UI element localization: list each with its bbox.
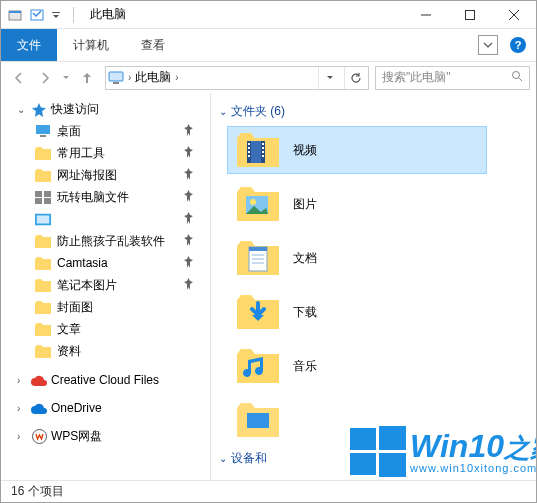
tile-partial[interactable] xyxy=(227,396,487,444)
sidebar-item-pc-files[interactable]: 玩转电脑文件 xyxy=(3,186,208,208)
sidebar-item-label: 封面图 xyxy=(57,299,93,316)
svg-rect-12 xyxy=(36,125,50,134)
chevron-right-icon[interactable]: › xyxy=(128,72,131,83)
svg-rect-8 xyxy=(109,72,123,81)
refresh-button[interactable] xyxy=(344,67,366,89)
sidebar-item-cover[interactable]: 封面图 xyxy=(3,296,208,318)
sidebar-item-articles[interactable]: 文章 xyxy=(3,318,208,340)
app-icon xyxy=(7,7,23,23)
ribbon-tab-file[interactable]: 文件 xyxy=(1,29,57,61)
music-folder-icon xyxy=(237,348,279,384)
sidebar-item-desktop[interactable]: 桌面 xyxy=(3,120,208,142)
pin-icon xyxy=(184,124,194,139)
close-button[interactable] xyxy=(492,1,536,29)
svg-rect-1 xyxy=(9,11,21,13)
sidebar-item-notebook-pics[interactable]: 笔记本图片 xyxy=(3,274,208,296)
svg-rect-13 xyxy=(40,135,46,137)
documents-folder-icon xyxy=(237,240,279,276)
tile-label: 图片 xyxy=(293,196,317,213)
sidebar-item-label: 常用工具 xyxy=(57,145,105,162)
help-button[interactable]: ? xyxy=(510,37,526,53)
search-input[interactable]: 搜索"此电脑" xyxy=(375,66,530,90)
qat-dropdown-icon[interactable] xyxy=(51,10,61,20)
forward-button[interactable] xyxy=(33,66,57,90)
sidebar-item-label: 笔记本图片 xyxy=(57,277,117,294)
back-button[interactable] xyxy=(7,66,31,90)
sidebar-item-label: 资料 xyxy=(57,343,81,360)
pin-icon xyxy=(184,256,194,271)
tile-downloads[interactable]: 下载 xyxy=(227,288,487,336)
svg-point-33 xyxy=(250,199,256,205)
address-dropdown-button[interactable] xyxy=(318,67,340,89)
sidebar-quick-access[interactable]: ⌄ 快速访问 xyxy=(3,99,208,120)
downloads-folder-icon xyxy=(237,294,279,330)
chevron-right-icon: › xyxy=(17,431,27,442)
maximize-button[interactable] xyxy=(448,1,492,29)
chevron-down-icon: ⌄ xyxy=(219,453,227,464)
desktop-icon xyxy=(35,123,51,139)
sidebar-item-label: Creative Cloud Files xyxy=(51,373,159,387)
sidebar-item-camtasia[interactable]: Camtasia xyxy=(3,252,208,274)
svg-rect-19 xyxy=(37,215,49,223)
sidebar-item-label: OneDrive xyxy=(51,401,102,415)
pin-icon xyxy=(184,278,194,293)
svg-rect-15 xyxy=(44,191,51,197)
breadcrumb-this-pc[interactable]: 此电脑 xyxy=(135,69,171,86)
folder-icon xyxy=(35,233,51,249)
minimize-button[interactable] xyxy=(404,1,448,29)
up-button[interactable] xyxy=(75,66,99,90)
folder-icon xyxy=(35,343,51,359)
pictures-folder-icon xyxy=(237,186,279,222)
folder-icon xyxy=(35,321,51,337)
search-icon xyxy=(511,70,523,85)
tile-documents[interactable]: 文档 xyxy=(227,234,487,282)
group-header-devices[interactable]: ⌄ 设备和 xyxy=(215,448,532,473)
folder-icon xyxy=(35,299,51,315)
creative-cloud-icon xyxy=(31,372,47,388)
ribbon-tab-view[interactable]: 查看 xyxy=(125,29,181,61)
sidebar-item-label: 桌面 xyxy=(57,123,81,140)
window-title: 此电脑 xyxy=(90,6,126,23)
svg-rect-30 xyxy=(262,151,264,153)
sidebar-item-tools[interactable]: 常用工具 xyxy=(3,142,208,164)
sidebar-item-recent[interactable] xyxy=(3,208,208,230)
address-bar[interactable]: › 此电脑 › xyxy=(105,66,369,90)
tile-pictures[interactable]: 图片 xyxy=(227,180,487,228)
tiles-icon xyxy=(35,189,51,205)
svg-point-10 xyxy=(513,72,520,79)
tile-music[interactable]: 音乐 xyxy=(227,342,487,390)
tile-videos[interactable]: 视频 xyxy=(227,126,487,174)
sidebar-item-poster[interactable]: 网址海报图 xyxy=(3,164,208,186)
title-bar: 此电脑 xyxy=(1,1,536,29)
sidebar-item-materials[interactable]: 资料 xyxy=(3,340,208,362)
image-thumb-icon xyxy=(35,211,51,227)
chevron-right-icon: › xyxy=(17,375,27,386)
sidebar-onedrive[interactable]: › OneDrive xyxy=(3,398,208,418)
svg-rect-28 xyxy=(262,143,264,145)
wps-icon xyxy=(31,429,47,445)
group-header-folders[interactable]: ⌄ 文件夹 (6) xyxy=(215,101,532,126)
sidebar-item-label: 玩转电脑文件 xyxy=(57,189,129,206)
tile-label: 文档 xyxy=(293,250,317,267)
sidebar-item-label: WPS网盘 xyxy=(51,428,102,445)
sidebar-item-kid-safe[interactable]: 防止熊孩子乱装软件 xyxy=(3,230,208,252)
recent-dropdown-button[interactable] xyxy=(59,66,73,90)
desktop-folder-icon xyxy=(237,402,279,438)
pin-icon xyxy=(184,146,194,161)
qat-properties-icon[interactable] xyxy=(29,7,45,23)
status-item-count: 16 个项目 xyxy=(11,483,64,500)
sidebar-creative-cloud[interactable]: › Creative Cloud Files xyxy=(3,370,208,390)
search-placeholder: 搜索"此电脑" xyxy=(382,69,451,86)
chevron-right-icon[interactable]: › xyxy=(175,72,178,83)
sidebar-wps[interactable]: › WPS网盘 xyxy=(3,426,208,447)
tile-label: 下载 xyxy=(293,304,317,321)
pin-icon xyxy=(184,190,194,205)
svg-rect-35 xyxy=(249,247,267,251)
svg-rect-5 xyxy=(466,10,475,19)
svg-rect-17 xyxy=(44,198,51,204)
navigation-pane[interactable]: ⌄ 快速访问 桌面 常用工具 网址海报图 xyxy=(1,93,211,485)
content-pane[interactable]: ⌄ 文件夹 (6) 视频 图片 文档 xyxy=(211,93,536,485)
ribbon-tab-computer[interactable]: 计算机 xyxy=(57,29,125,61)
ribbon-tabs: 文件 计算机 查看 ? xyxy=(1,29,536,61)
ribbon-expand-button[interactable] xyxy=(478,35,498,55)
